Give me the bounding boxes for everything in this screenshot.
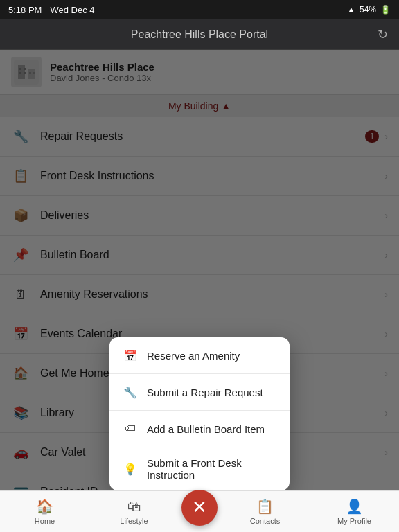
- reserve-amenity-icon: 📅: [122, 347, 139, 364]
- status-bar-time-date: 5:18 PM Wed Dec 4: [8, 5, 95, 15]
- battery-icon: 54%: [360, 5, 376, 15]
- nav-bar: Peachtree Hills Place Portal ↻: [0, 19, 399, 50]
- add-bulletin-label: Add a Bulletin Board Item: [147, 423, 265, 435]
- tab-contacts-label: Contacts: [250, 517, 280, 525]
- status-date: Wed Dec 4: [50, 5, 94, 15]
- tab-lifestyle[interactable]: 🛍 Lifestyle: [89, 491, 179, 532]
- fab-close-button[interactable]: ✕: [181, 490, 218, 526]
- wifi-icon: ▲: [347, 5, 355, 15]
- status-bar: 5:18 PM Wed Dec 4 ▲ 54% 🔋: [0, 0, 399, 19]
- my-profile-icon: 👤: [346, 498, 363, 515]
- tab-contacts[interactable]: 📋 Contacts: [220, 491, 310, 532]
- tab-fab-center: ✕: [179, 494, 220, 530]
- action-sheet: 📅 Reserve an Amenity 🔧 Submit a Repair R…: [109, 337, 290, 490]
- action-item-submit-front-desk[interactable]: 💡 Submit a Front Desk Instruction: [109, 447, 290, 490]
- refresh-button[interactable]: ↻: [378, 27, 388, 42]
- nav-title: Peachtree Hills Place Portal: [131, 28, 268, 41]
- lifestyle-icon: 🛍: [127, 499, 141, 515]
- contacts-icon: 📋: [256, 498, 274, 515]
- reserve-amenity-label: Reserve an Amenity: [147, 350, 240, 362]
- status-time: 5:18 PM: [8, 5, 42, 15]
- action-item-reserve-amenity[interactable]: 📅 Reserve an Amenity: [109, 337, 290, 374]
- fab-close-icon: ✕: [192, 497, 207, 518]
- submit-repair-label: Submit a Repair Request: [147, 387, 263, 398]
- action-item-submit-repair[interactable]: 🔧 Submit a Repair Request: [109, 374, 290, 411]
- tab-bar: 🏠 Home 🛍 Lifestyle ✕ 📋 Contacts 👤 My Pro…: [0, 490, 399, 532]
- tab-home[interactable]: 🏠 Home: [0, 491, 89, 532]
- status-bar-icons: ▲ 54% 🔋: [347, 5, 391, 15]
- home-icon: 🏠: [36, 498, 53, 515]
- tab-home-label: Home: [35, 517, 55, 525]
- submit-front-desk-icon: 💡: [122, 461, 139, 477]
- tab-my-profile[interactable]: 👤 My Profile: [310, 491, 399, 532]
- battery-bar-icon: 🔋: [380, 5, 391, 15]
- tab-lifestyle-label: Lifestyle: [120, 517, 148, 525]
- submit-repair-icon: 🔧: [122, 384, 139, 400]
- tab-my-profile-label: My Profile: [337, 517, 371, 525]
- action-item-add-bulletin[interactable]: 🏷 Add a Bulletin Board Item: [109, 411, 290, 447]
- submit-front-desk-label: Submit a Front Desk Instruction: [147, 457, 277, 481]
- add-bulletin-icon: 🏷: [122, 420, 139, 437]
